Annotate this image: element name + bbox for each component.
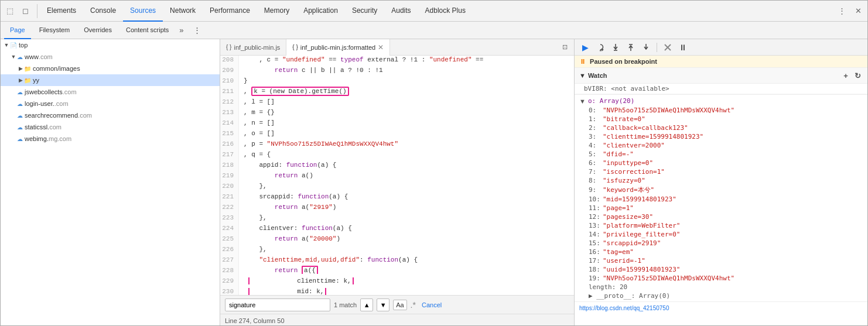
step-over-btn[interactable] (593, 40, 607, 54)
search-cancel-btn[interactable]: Cancel (422, 301, 442, 308)
scope-item-0[interactable]: 0: "NVPh5oo715z5DIWAeQ1hMDsWXXQV4hwt" (575, 106, 867, 115)
tab-sources[interactable]: Sources (123, 1, 163, 22)
scope-idx-17: 17: (589, 257, 600, 265)
tree-label-searchrecommend-sub: .com (78, 112, 92, 119)
search-case-btn[interactable]: Aa (393, 300, 406, 310)
tab-adblock[interactable]: Adblock Plus (418, 1, 473, 22)
tree-label-webimg: webimg. (25, 135, 49, 142)
scope-val-3: "clienttime=1599914801923" (603, 133, 703, 140)
scope-val-11: "page=1" (603, 204, 634, 212)
tab-performance[interactable]: Performance (203, 1, 257, 22)
tree-item-common[interactable]: ▶ 📁 common/images (1, 63, 220, 74)
scope-idx-18: 18: (589, 266, 600, 273)
search-up-btn[interactable]: ▲ (360, 298, 373, 311)
watch-header[interactable]: ▼ Watch + ↻ (575, 68, 867, 84)
search-regex-btn[interactable]: .* (411, 300, 416, 310)
step-into-btn[interactable] (609, 40, 623, 54)
tab-elements[interactable]: Elements (40, 1, 83, 22)
scope-section-header[interactable]: ▼ o: Array(20) (575, 96, 867, 106)
scope-item-8[interactable]: 8: "isfuzzy=0" (575, 176, 867, 185)
tab-security[interactable]: Security (345, 1, 384, 22)
subtab-menu[interactable]: ⋮ (191, 26, 203, 35)
scope-item-15[interactable]: 15: "srcappid=2919" (575, 239, 867, 248)
right-link[interactable]: https://blog.csdn.net/qq_42150750 (579, 305, 669, 311)
scope-idx-5: 5: (589, 150, 600, 158)
folder-icon: 📄 (10, 42, 17, 49)
scope-item-4[interactable]: 4: "clientver=2000" (575, 141, 867, 150)
tree-label-top: top (19, 42, 28, 49)
tree-item-loginuser[interactable]: ▶ ☁ login-user. .com (1, 98, 220, 109)
close-icon[interactable]: ✕ (851, 4, 865, 18)
tab-network[interactable]: Network (163, 1, 203, 22)
tab-memory[interactable]: Memory (257, 1, 296, 22)
tree-item-yy[interactable]: ▶ 📁 yy (1, 74, 220, 86)
code-line-219: 219 return a() (220, 171, 574, 182)
watch-refresh-btn[interactable]: ↻ (852, 70, 863, 81)
tree-label-yy: yy (33, 77, 39, 84)
subtab-more[interactable]: » (177, 26, 186, 35)
code-line-224: 224 clientver: function(a) { (220, 224, 574, 235)
code-line-228: 228 return a({ (220, 266, 574, 277)
tree-item-jswebcollects[interactable]: ▶ ☁ jswebcollects .com (1, 86, 220, 98)
scope-item-11[interactable]: 11: "page=1" (575, 204, 867, 212)
scope-val-8: "isfuzzy=0" (603, 177, 645, 184)
scope-item-7[interactable]: 7: "iscorrection=1" (575, 167, 867, 176)
watch-actions: + ↻ (840, 70, 863, 81)
scope-idx-19: 19: (589, 274, 600, 282)
deactivate-breakpoints-btn[interactable] (661, 40, 675, 54)
cursor-icon[interactable]: ⬚ (3, 4, 17, 18)
subtab-filesystem[interactable]: Filesystem (33, 22, 76, 39)
scope-item-2[interactable]: 2: "callback=callback123" (575, 123, 867, 132)
search-input[interactable] (225, 298, 330, 311)
scope-item-13[interactable]: 13: "platform=WebFilter" (575, 221, 867, 230)
tree-item-www[interactable]: ▼ ☁ www .com (1, 51, 220, 63)
subtab-contentscripts[interactable]: Content scripts (120, 22, 175, 39)
code-tab-close[interactable]: ✕ (378, 43, 384, 52)
tree-item-staticssl[interactable]: ▶ ☁ staticssl. com (1, 121, 220, 133)
scope-item-19[interactable]: 19: "NVPh5oo715z5DIWAeQ1hMDsWXXQV4hwt" (575, 274, 867, 283)
search-down-btn[interactable]: ▼ (377, 298, 389, 311)
tree-label-loginuser-sub: .com (54, 100, 69, 107)
tree-item-webimg[interactable]: ▶ ☁ webimg. mg.com (1, 133, 220, 145)
code-area[interactable]: 208 , c = "undefined" == typeof external… (220, 56, 574, 295)
tab-application[interactable]: Application (296, 1, 345, 22)
scope-item-17[interactable]: 17: "userid=-1" (575, 256, 867, 265)
scope-item-14[interactable]: 14: "privilege_filter=0" (575, 230, 867, 239)
inspect-icon[interactable]: ◻ (18, 4, 32, 18)
tab-console[interactable]: Console (83, 1, 123, 22)
scope-proto[interactable]: ▶ __proto__: Array(0) (575, 291, 867, 300)
subtab-overrides[interactable]: Overrides (78, 22, 118, 39)
scope-idx-4: 4: (589, 142, 600, 149)
scope-item-3[interactable]: 3: "clienttime=1599914801923" (575, 132, 867, 141)
code-line-210: 210 } (220, 77, 574, 87)
more-icon[interactable]: ⋮ (835, 4, 849, 18)
resume-btn[interactable]: ▶ (578, 40, 592, 54)
step-out-btn[interactable] (624, 40, 638, 54)
debug-content[interactable]: ⏸ Paused on breakpoint ▼ Watch + ↻ bVI8 (575, 56, 867, 326)
scope-idx-14: 14: (589, 231, 600, 238)
code-tab-formatted[interactable]: { } inf_public-min.js:formatted ✕ (286, 39, 390, 56)
scope-item-10[interactable]: 10: "mid=1599914801923" (575, 195, 867, 204)
pause-on-exception-btn[interactable]: ⏸ (676, 40, 690, 54)
scope-idx-10: 10: (589, 195, 600, 203)
scope-item-16[interactable]: 16: "tag=em" (575, 248, 867, 256)
scope-item-6[interactable]: 6: "inputtype=0" (575, 159, 867, 167)
step-btn[interactable] (639, 40, 653, 54)
tree-item-top[interactable]: ▼ 📄 top (1, 39, 220, 51)
scope-item-9[interactable]: 9: "keyword=本兮" (575, 185, 867, 195)
code-tabs: { } inf_public-min.js { } inf_public-min… (220, 39, 574, 56)
code-tab-minjs[interactable]: { } inf_public-min.js (220, 39, 286, 56)
scope-item-1[interactable]: 1: "bitrate=0" (575, 115, 867, 123)
tree-item-searchrecommend[interactable]: ▶ ☁ searchrecommend .com (1, 109, 220, 121)
subtab-page[interactable]: Page (4, 22, 31, 39)
scope-item-12[interactable]: 12: "pagesize=30" (575, 212, 867, 221)
tab-audits[interactable]: Audits (384, 1, 418, 22)
code-line-218: 218 appid: function(a) { (220, 161, 574, 171)
watch-item-label: bVI8R: <not available> (584, 85, 669, 92)
scope-val-2: "callback=callback123" (603, 124, 688, 132)
scope-item-5[interactable]: 5: "dfid=-" (575, 150, 867, 159)
code-panel-icon[interactable]: ⊡ (558, 40, 572, 54)
watch-add-btn[interactable]: + (840, 70, 851, 81)
scope-item-18[interactable]: 18: "uuid=1599914801923" (575, 265, 867, 274)
scope-idx-0: 0: (589, 107, 600, 114)
